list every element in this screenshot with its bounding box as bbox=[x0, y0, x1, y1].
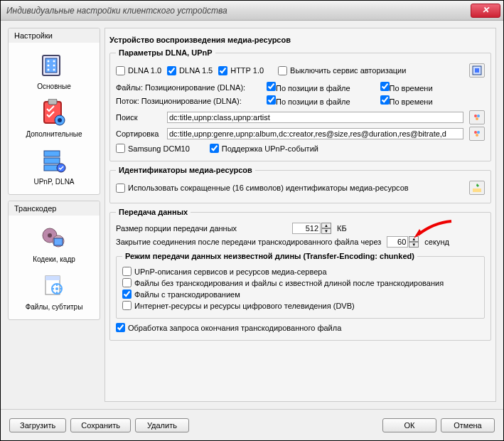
sidebar-item-files[interactable]: Файлы, субтитры bbox=[10, 267, 98, 315]
files-bypos-checkbox[interactable]: По позиции в файле bbox=[267, 82, 372, 92]
svg-point-7 bbox=[53, 69, 55, 71]
svg-point-28 bbox=[476, 117, 478, 120]
chunked-transcoded-checkbox[interactable]: Файлы с транскодированием bbox=[122, 289, 240, 299]
stream-bypos-checkbox[interactable]: По позиции в файле bbox=[267, 95, 372, 106]
sidebar-group-transcoder: Транскодер Кодеки, кадр Файлы, субтитры bbox=[8, 201, 100, 320]
svg-rect-9 bbox=[48, 99, 57, 105]
svg-point-3 bbox=[48, 65, 50, 67]
sort-input[interactable] bbox=[167, 128, 463, 139]
svg-rect-25 bbox=[475, 68, 479, 73]
transfer-fieldset: Передача данных Размер порции передачи д… bbox=[109, 208, 491, 341]
upnp-events-checkbox[interactable]: Поддержка UPnP-событий bbox=[210, 144, 318, 153]
dlna-fieldset: Параметры DLNA, UPnP DLNA 1.0 DLNA 1.5 H… bbox=[109, 48, 491, 161]
sidebar-item-advanced[interactable]: Дополнительные bbox=[10, 95, 98, 142]
sidebar-group-title: Настройки bbox=[9, 28, 100, 43]
load-button[interactable]: Загрузить bbox=[9, 418, 66, 432]
svg-point-31 bbox=[476, 134, 478, 137]
stream-pos-label: Поток: Позиционирование (DLNA): bbox=[116, 97, 258, 105]
svg-point-17 bbox=[48, 233, 52, 238]
chunked-notranscode-checkbox[interactable]: Файлы без транскодирования и файлы с изв… bbox=[122, 278, 444, 287]
spin-down[interactable]: ▼ bbox=[321, 228, 331, 234]
sidebar: Настройки Основные Дополнительные bbox=[8, 28, 100, 402]
chunked-dvb-checkbox[interactable]: Интернет-ресурсы и ресурсы цифрового тел… bbox=[122, 301, 355, 310]
window-title: Индивидуальные настройки клиентского уст… bbox=[4, 6, 471, 16]
basic-icon bbox=[38, 51, 70, 80]
svg-rect-19 bbox=[54, 238, 63, 245]
chunked-upnp-checkbox[interactable]: UPnP-описания сервисов и ресурсов медиа-… bbox=[122, 267, 327, 276]
svg-point-5 bbox=[53, 60, 55, 63]
spin-up[interactable]: ▲ bbox=[321, 223, 331, 228]
main-heading: Устройство воспроизведения медиа-ресурсо… bbox=[109, 36, 491, 44]
handle-end-checkbox[interactable]: Обработка запроса окончания транскодиров… bbox=[116, 323, 341, 332]
delete-button[interactable]: Удалить bbox=[135, 418, 189, 432]
close-label: Закрытие соединения после передачи транс… bbox=[116, 238, 381, 246]
sort-pick-button[interactable] bbox=[469, 127, 485, 141]
dlna-info-button[interactable] bbox=[469, 63, 485, 78]
search-pick-button[interactable] bbox=[469, 110, 485, 124]
chunk-label: Размер порции передачи данных bbox=[116, 224, 286, 233]
sort-label: Сортировка bbox=[116, 129, 161, 138]
upnp-icon bbox=[38, 147, 70, 175]
ids-legend: Идентификаторы медиа-ресурсов bbox=[116, 166, 255, 174]
sidebar-item-codecs[interactable]: Кодеки, кадр bbox=[10, 220, 98, 267]
svg-point-2 bbox=[48, 60, 50, 63]
dlna15-checkbox[interactable]: DLNA 1.5 bbox=[167, 66, 213, 75]
http10-checkbox[interactable]: HTTP 1.0 bbox=[218, 66, 264, 75]
chunk-spinner[interactable]: ▲▼ bbox=[292, 223, 331, 234]
ids-fieldset: Идентификаторы медиа-ресурсов Использова… bbox=[109, 166, 491, 203]
ids-pick-button[interactable] bbox=[469, 181, 485, 195]
stream-bytime-checkbox[interactable]: По времени bbox=[380, 95, 486, 106]
svg-point-27 bbox=[477, 115, 480, 117]
footer: Загрузить Сохранить Удалить ОК Отмена bbox=[1, 409, 503, 440]
transfer-legend: Передача данных bbox=[116, 208, 191, 216]
advanced-icon bbox=[38, 99, 70, 127]
search-input[interactable] bbox=[167, 112, 463, 123]
ok-button[interactable]: ОК bbox=[382, 418, 436, 432]
svg-rect-21 bbox=[45, 276, 60, 280]
search-label: Поиск bbox=[116, 113, 161, 122]
svg-point-23 bbox=[55, 287, 58, 290]
close-button[interactable]: ✕ bbox=[471, 4, 500, 18]
save-button[interactable]: Сохранить bbox=[70, 418, 131, 432]
codecs-icon bbox=[38, 224, 70, 253]
titlebar: Индивидуальные настройки клиентского уст… bbox=[1, 1, 503, 21]
svg-rect-12 bbox=[44, 151, 60, 156]
chunked-legend: Режим передачи данных неизвестной длины … bbox=[122, 252, 417, 260]
spin-down[interactable]: ▼ bbox=[409, 242, 419, 248]
svg-rect-13 bbox=[44, 158, 60, 164]
svg-point-26 bbox=[474, 115, 477, 117]
dlna10-checkbox[interactable]: DLNA 1.0 bbox=[116, 66, 161, 75]
svg-point-6 bbox=[53, 65, 55, 67]
close-input[interactable] bbox=[387, 236, 408, 248]
cancel-button[interactable]: Отмена bbox=[441, 418, 495, 432]
chunked-fieldset: Режим передачи данных неизвестной длины … bbox=[116, 252, 485, 319]
dlna-legend: Параметры DLNA, UPnP bbox=[116, 48, 215, 57]
chunk-unit: КБ bbox=[337, 224, 347, 233]
auth-off-checkbox[interactable]: Выключить сервис авторизации bbox=[278, 66, 406, 75]
main-panel: Устройство воспроизведения медиа-ресурсо… bbox=[104, 28, 496, 402]
svg-point-29 bbox=[474, 131, 477, 134]
samsung-checkbox[interactable]: Samsung DCM10 bbox=[116, 144, 190, 153]
short-ids-checkbox[interactable]: Использовать сокращенные (16 символов) и… bbox=[116, 184, 409, 193]
files-pos-label: Файлы: Позиционирование (DLNA): bbox=[116, 83, 258, 92]
annotation-arrow bbox=[412, 219, 455, 239]
svg-rect-1 bbox=[45, 58, 57, 73]
files-bytime-checkbox[interactable]: По времени bbox=[380, 82, 486, 92]
sidebar-group-title: Транскодер bbox=[9, 201, 100, 216]
files-icon bbox=[38, 272, 70, 300]
svg-point-4 bbox=[48, 69, 50, 71]
sidebar-group-settings: Настройки Основные Дополнительные bbox=[8, 28, 100, 195]
chunk-input[interactable] bbox=[292, 223, 321, 234]
sidebar-item-basic[interactable]: Основные bbox=[10, 47, 98, 95]
svg-point-30 bbox=[477, 131, 480, 134]
svg-point-11 bbox=[58, 118, 62, 122]
svg-rect-32 bbox=[473, 188, 481, 192]
sidebar-item-upnp[interactable]: UPnP, DLNA bbox=[10, 142, 98, 190]
